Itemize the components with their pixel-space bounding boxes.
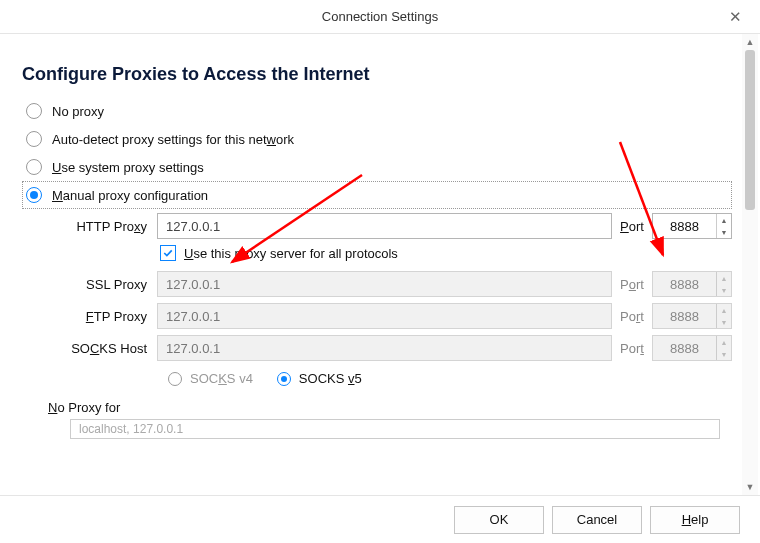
spinner-icon[interactable]: ▲▼ <box>716 214 731 238</box>
scroll-up-icon[interactable]: ▲ <box>742 34 758 50</box>
ssl-proxy-row: SSL Proxy Port 8888 ▲▼ <box>52 271 732 297</box>
close-icon: ✕ <box>729 8 742 26</box>
radio-label: No proxy <box>52 104 104 119</box>
ftp-proxy-row: FTP Proxy Port 8888 ▲▼ <box>52 303 732 329</box>
proxy-settings-block: HTTP Proxy Port 8888 ▲▼ Use this proxy s… <box>52 213 732 390</box>
radio-manual-proxy[interactable]: Manual proxy configuration <box>22 181 732 209</box>
radio-label: Manual proxy configuration <box>52 188 208 203</box>
use-for-all-row[interactable]: Use this proxy server for all protocols <box>160 245 732 261</box>
http-proxy-row: HTTP Proxy Port 8888 ▲▼ <box>52 213 732 239</box>
radio-use-system[interactable]: Use system proxy settings <box>22 153 732 181</box>
close-button[interactable]: ✕ <box>720 0 750 34</box>
radio-icon-checked <box>26 187 42 203</box>
dialog-header: Connection Settings ✕ <box>0 0 760 34</box>
socks-version-row: SOCKS v4 SOCKS v5 <box>168 367 732 390</box>
radio-no-proxy[interactable]: No proxy <box>22 97 732 125</box>
no-proxy-for-input[interactable]: localhost, 127.0.0.1 <box>70 419 720 439</box>
ok-button[interactable]: OK <box>454 506 544 534</box>
section-title: Configure Proxies to Access the Internet <box>22 64 732 85</box>
spinner-icon: ▲▼ <box>716 336 731 360</box>
no-proxy-for-label: No Proxy for <box>48 400 732 415</box>
http-port-label: Port <box>612 219 652 234</box>
socks-host-row: SOCKS Host Port 8888 ▲▼ <box>52 335 732 361</box>
spinner-icon: ▲▼ <box>716 304 731 328</box>
use-for-all-label: Use this proxy server for all protocols <box>184 246 398 261</box>
http-port-input[interactable]: 8888 ▲▼ <box>652 213 732 239</box>
ssl-port-input: 8888 ▲▼ <box>652 271 732 297</box>
socks-port-label: Port <box>612 341 652 356</box>
socks-host-label: SOCKS Host <box>52 341 157 356</box>
ssl-port-label: Port <box>612 277 652 292</box>
vertical-scrollbar[interactable]: ▲ ▼ <box>742 34 758 495</box>
help-button[interactable]: Help <box>650 506 740 534</box>
ssl-proxy-input <box>157 271 612 297</box>
ftp-proxy-label: FTP Proxy <box>52 309 157 324</box>
radio-auto-detect[interactable]: Auto-detect proxy settings for this netw… <box>22 125 732 153</box>
ftp-proxy-input <box>157 303 612 329</box>
scroll-down-icon[interactable]: ▼ <box>742 479 758 495</box>
radio-icon <box>26 159 42 175</box>
spinner-icon: ▲▼ <box>716 272 731 296</box>
http-proxy-input[interactable] <box>157 213 612 239</box>
radio-label: SOCKS v5 <box>299 371 362 386</box>
radio-socks-v5[interactable]: SOCKS v5 <box>277 371 362 386</box>
radio-socks-v4[interactable]: SOCKS v4 <box>168 371 253 386</box>
radio-icon <box>26 103 42 119</box>
ftp-port-input: 8888 ▲▼ <box>652 303 732 329</box>
radio-label: SOCKS v4 <box>190 371 253 386</box>
dialog-title: Connection Settings <box>322 9 438 24</box>
radio-label: Use system proxy settings <box>52 160 204 175</box>
socks-port-input: 8888 ▲▼ <box>652 335 732 361</box>
radio-icon-checked <box>277 372 291 386</box>
dialog-body: Configure Proxies to Access the Internet… <box>0 34 760 495</box>
http-proxy-label: HTTP Proxy <box>52 219 157 234</box>
cancel-button[interactable]: Cancel <box>552 506 642 534</box>
radio-label: Auto-detect proxy settings for this netw… <box>52 132 294 147</box>
ssl-proxy-label: SSL Proxy <box>52 277 157 292</box>
radio-icon <box>168 372 182 386</box>
ftp-port-label: Port <box>612 309 652 324</box>
socks-host-input <box>157 335 612 361</box>
checkbox-checked-icon <box>160 245 176 261</box>
dialog-footer: OK Cancel Help <box>0 495 760 543</box>
scroll-thumb[interactable] <box>745 50 755 210</box>
radio-icon <box>26 131 42 147</box>
